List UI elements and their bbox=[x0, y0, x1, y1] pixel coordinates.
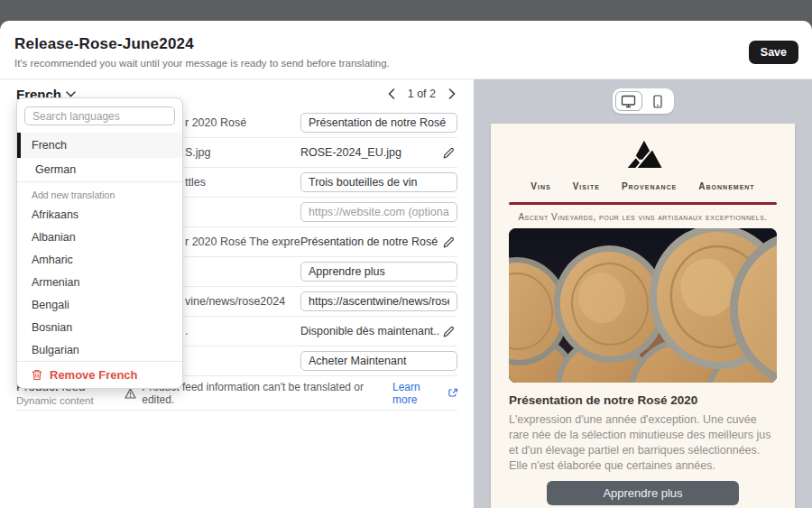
email-heading: Présentation de notre Rosé 2020 bbox=[509, 393, 777, 407]
pager-prev-button[interactable] bbox=[386, 87, 397, 101]
wine-barrels-image bbox=[509, 228, 777, 383]
translation-input[interactable] bbox=[300, 262, 457, 282]
translation-input[interactable] bbox=[300, 291, 457, 311]
product-feed-subtitle: Dynamic content bbox=[16, 395, 125, 406]
page-title: Release-Rose-June2024 bbox=[14, 35, 798, 53]
translation-form-pane: French 1 of 2 r 2020 Rosé bbox=[0, 79, 474, 508]
learn-more-label: Learn more bbox=[392, 381, 445, 406]
translation-value bbox=[300, 262, 457, 282]
translation-text: Présentation de notre Rosé 2020 L'... bbox=[300, 236, 440, 248]
active-language-item[interactable]: German bbox=[17, 158, 182, 181]
main-panel: Release-Rose-June2024 It's recommended y… bbox=[0, 21, 812, 508]
mobile-icon bbox=[653, 95, 662, 108]
email-nav-item[interactable]: Provenance bbox=[622, 181, 677, 191]
email-nav-item[interactable]: Vins bbox=[531, 181, 550, 191]
language-list: AfrikaansAlbanianAmharicArmenianBengaliB… bbox=[17, 203, 182, 361]
language-option[interactable]: Bulgarian bbox=[17, 338, 182, 361]
save-button[interactable]: Save bbox=[749, 41, 798, 64]
translation-input[interactable] bbox=[300, 172, 457, 192]
active-language-item[interactable]: French bbox=[17, 133, 182, 158]
translation-input[interactable] bbox=[300, 113, 457, 133]
translation-value bbox=[300, 202, 457, 222]
page-subtitle: It's recommended you wait until your mes… bbox=[14, 58, 798, 69]
remove-language-label: Remove French bbox=[50, 368, 138, 382]
translation-value: ROSE-2024_EU.jpg bbox=[300, 144, 457, 162]
page-header: Release-Rose-June2024 It's recommended y… bbox=[0, 21, 812, 79]
device-toggle bbox=[613, 88, 674, 114]
window-chrome-bar bbox=[0, 0, 812, 21]
accent-rule bbox=[509, 202, 777, 205]
pencil-icon bbox=[442, 325, 456, 338]
language-option[interactable]: Bengali bbox=[17, 293, 182, 316]
desktop-view-button[interactable] bbox=[615, 91, 642, 111]
language-option[interactable]: Afrikaans bbox=[17, 203, 182, 226]
email-preview-card: VinsVisiteProvenanceAbonnement Ascent Vi… bbox=[491, 124, 795, 508]
desktop-icon bbox=[621, 95, 636, 108]
email-nav-item[interactable]: Visite bbox=[573, 181, 600, 191]
email-preview-pane: VinsVisiteProvenanceAbonnement Ascent Vi… bbox=[474, 79, 812, 508]
translation-value bbox=[300, 291, 457, 311]
external-link-icon bbox=[448, 388, 457, 398]
active-language-list: FrenchGerman bbox=[17, 133, 182, 181]
translation-value bbox=[300, 113, 457, 133]
email-body-text: L'expression d'une année d'exception. Un… bbox=[509, 412, 777, 474]
email-nav: VinsVisiteProvenanceAbonnement bbox=[509, 181, 777, 191]
brand-mountain-logo bbox=[623, 138, 663, 176]
translation-value bbox=[300, 172, 457, 192]
translation-input[interactable] bbox=[300, 202, 457, 222]
email-tagline: Ascent Vineyards, pour les vins artisana… bbox=[509, 212, 777, 222]
chevron-down-icon bbox=[66, 91, 76, 97]
pencil-icon bbox=[442, 236, 456, 249]
learn-more-link[interactable]: Learn more bbox=[392, 381, 457, 406]
pencil-icon bbox=[442, 146, 456, 160]
translation-value: Disponible dès maintenant... bbox=[300, 323, 457, 340]
edit-button[interactable] bbox=[440, 234, 457, 251]
edit-button[interactable] bbox=[440, 144, 457, 162]
preview-pager: 1 of 2 bbox=[386, 87, 457, 101]
edit-button[interactable] bbox=[440, 323, 457, 340]
translation-value: Présentation de notre Rosé 2020 L'... bbox=[300, 234, 457, 251]
pager-next-button[interactable] bbox=[447, 87, 457, 101]
language-option[interactable]: Bosnian bbox=[17, 316, 182, 338]
translation-text: Disponible dès maintenant... bbox=[300, 325, 440, 337]
email-cta-button[interactable]: Apprendre plus bbox=[547, 481, 739, 505]
language-option[interactable]: Armenian bbox=[17, 271, 182, 293]
chevron-right-icon bbox=[448, 88, 456, 99]
language-option[interactable]: Albanian bbox=[17, 226, 182, 248]
language-search-input[interactable] bbox=[24, 106, 175, 125]
translation-input[interactable] bbox=[300, 351, 457, 371]
mobile-view-button[interactable] bbox=[644, 91, 671, 111]
remove-language-button[interactable]: Remove French bbox=[17, 362, 182, 388]
language-option[interactable]: Amharic bbox=[17, 248, 182, 271]
pager-status: 1 of 2 bbox=[408, 88, 436, 100]
translation-text: ROSE-2024_EU.jpg bbox=[300, 146, 401, 159]
add-translation-section-label: Add new translation bbox=[17, 182, 182, 203]
warning-icon bbox=[125, 388, 136, 399]
chevron-left-icon bbox=[388, 88, 395, 99]
email-nav-item[interactable]: Abonnement bbox=[698, 181, 754, 191]
translation-value bbox=[300, 351, 457, 371]
language-dropdown: FrenchGerman Add new translation Afrikaa… bbox=[16, 97, 183, 389]
trash-icon bbox=[32, 369, 42, 381]
